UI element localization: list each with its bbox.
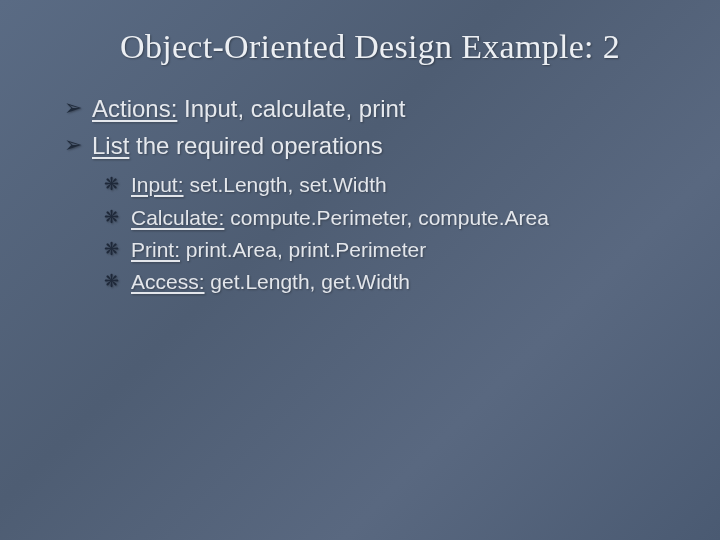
list-item-label: Actions: [92, 95, 177, 122]
list-item-rest: get.Length, get.Width [205, 270, 410, 293]
list-item-label: Calculate: [131, 206, 224, 229]
gear-icon: ❋ [104, 171, 124, 196]
list-item: ❋ Calculate: compute.Perimeter, compute.… [104, 204, 680, 231]
list-item-text: Actions: Input, calculate, print [92, 94, 406, 125]
list-item-label: Input: [131, 173, 184, 196]
page-title: Object-Oriented Design Example: 2 [60, 28, 680, 66]
main-list: ➢ Actions: Input, calculate, print ➢ Lis… [64, 94, 680, 161]
arrow-icon: ➢ [64, 131, 86, 159]
list-item-label: List [92, 132, 129, 159]
list-item: ❋ Input: set.Length, set.Width [104, 171, 680, 198]
list-item-rest: Input, calculate, print [177, 95, 405, 122]
list-item-text: Input: set.Length, set.Width [131, 171, 387, 198]
list-item-label: Access: [131, 270, 205, 293]
list-item: ❋ Access: get.Length, get.Width [104, 268, 680, 295]
list-item-text: Calculate: compute.Perimeter, compute.Ar… [131, 204, 549, 231]
arrow-icon: ➢ [64, 94, 86, 122]
list-item: ➢ Actions: Input, calculate, print [64, 94, 680, 125]
list-item-text: List the required operations [92, 131, 383, 162]
list-item-text: Access: get.Length, get.Width [131, 268, 410, 295]
list-item-rest: the required operations [129, 132, 383, 159]
list-item-rest: set.Length, set.Width [184, 173, 387, 196]
list-item: ➢ List the required operations [64, 131, 680, 162]
list-item-label: Print: [131, 238, 180, 261]
list-item: ❋ Print: print.Area, print.Perimeter [104, 236, 680, 263]
list-item-text: Print: print.Area, print.Perimeter [131, 236, 426, 263]
gear-icon: ❋ [104, 204, 124, 229]
sub-list: ❋ Input: set.Length, set.Width ❋ Calcula… [104, 171, 680, 295]
gear-icon: ❋ [104, 236, 124, 261]
gear-icon: ❋ [104, 268, 124, 293]
slide: Object-Oriented Design Example: 2 ➢ Acti… [0, 0, 720, 540]
list-item-rest: print.Area, print.Perimeter [180, 238, 426, 261]
list-item-rest: compute.Perimeter, compute.Area [224, 206, 549, 229]
